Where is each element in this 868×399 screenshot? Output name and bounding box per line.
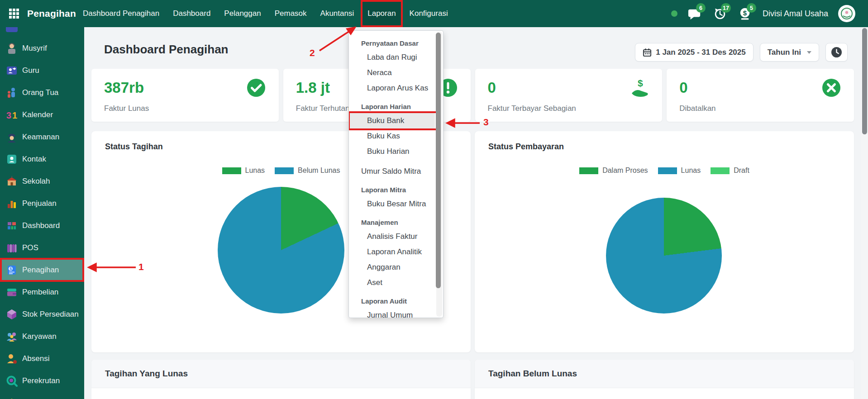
sidebar-item-dashboard[interactable]: Dashboard: [0, 214, 84, 237]
chart-card-status-pembayaran: Status Pembayaran Dalam ProsesLunasDraft: [475, 131, 854, 352]
dashboard-icon: [6, 220, 18, 232]
notification-badge: 17: [721, 3, 731, 13]
nav-item-pelanggan[interactable]: Pelanggan: [217, 0, 267, 27]
stat-value: 387rb: [104, 79, 144, 96]
legend-swatch: [579, 167, 598, 174]
chart-title: Status Pembayaran: [488, 142, 564, 152]
menu-item-buku-harian[interactable]: Buku Harian: [349, 144, 435, 159]
legend-item-lunas[interactable]: Lunas: [222, 166, 265, 175]
division-label[interactable]: Divisi Amal Usaha: [763, 9, 828, 19]
nav-item-pemasok[interactable]: Pemasok: [268, 0, 314, 27]
sidebar-item-label: Dashboard: [22, 221, 60, 230]
panel-tagihan-lunas: Tagihan Yang Lunas: [91, 360, 471, 399]
menu-item-laporan-arus-kas[interactable]: Laporan Arus Kas: [349, 81, 435, 96]
chart-title: Status Tagihan: [105, 142, 163, 152]
user-avatar[interactable]: [838, 5, 855, 22]
sidebar-item-musyrif[interactable]: Musyrif: [0, 37, 84, 59]
cash-icon[interactable]: $5: [738, 6, 753, 21]
keamanan-icon: [6, 131, 18, 143]
menu-item-buku-besar-mitra[interactable]: Buku Besar Mitra: [349, 196, 435, 212]
sidebar-item-stok-persediaan[interactable]: Stok Persediaan: [0, 303, 84, 325]
history-icon[interactable]: 17: [713, 6, 727, 21]
nav-item-dashboard[interactable]: Dashboard: [166, 0, 217, 27]
nav-item-laporan[interactable]: Laporan: [361, 0, 402, 27]
sidebar-item-absensi[interactable]: Absensi: [0, 347, 84, 370]
sekolah-icon: [6, 176, 18, 187]
sidebar-item-sekolah[interactable]: Sekolah: [0, 170, 84, 192]
sidebar-item-orang-tua[interactable]: Orang Tua: [0, 81, 84, 104]
page-scrollbar-thumb[interactable]: [862, 28, 867, 134]
legend-swatch: [222, 167, 241, 174]
legend-item-belum-lunas[interactable]: Belum Lunas: [275, 166, 340, 175]
svg-text:3: 3: [6, 110, 11, 120]
sidebar-item-guru[interactable]: Guru: [0, 59, 84, 81]
sidebar-item-pos[interactable]: POS: [0, 237, 84, 259]
menu-section-header: Laporan Mitra: [349, 184, 443, 196]
time-history-button[interactable]: [825, 43, 848, 62]
menu-item-anggaran[interactable]: Anggaran: [349, 260, 435, 275]
sidebar-item-label: Stok Persediaan: [22, 310, 79, 319]
sidebar-item-label: Keamanan: [22, 133, 59, 142]
svg-text:$: $: [10, 266, 12, 271]
chat-icon[interactable]: 6: [687, 6, 702, 21]
menu-item-umur-saldo-mitra[interactable]: Umur Saldo Mitra: [349, 164, 435, 179]
dropdown-scrollbar-thumb[interactable]: [436, 33, 441, 288]
legend-item-lunas[interactable]: Lunas: [658, 166, 701, 175]
legend-label: Belum Lunas: [298, 166, 340, 175]
menu-section-header: Laporan Harian: [349, 100, 443, 113]
legend-swatch: [658, 167, 677, 174]
legend-label: Lunas: [245, 166, 265, 175]
date-range-button[interactable]: 1 Jan 2025 - 31 Des 2025: [635, 43, 753, 62]
legend-label: Lunas: [681, 166, 701, 175]
page-scrollbar-track[interactable]: [861, 27, 868, 399]
notification-badge: 5: [747, 3, 756, 13]
nav-item-dashboard-penagihan[interactable]: Dashboard Penagihan: [76, 0, 166, 27]
sidebar-item-karyawan[interactable]: Karyawan: [0, 325, 84, 347]
nav-item-akuntansi[interactable]: Akuntansi: [314, 0, 361, 27]
sidebar-item-kalender[interactable]: 31Kalender: [0, 104, 84, 126]
legend-swatch: [711, 167, 730, 174]
penjualan-icon: [6, 198, 18, 209]
menu-item-aset[interactable]: Aset: [349, 275, 435, 290]
sidebar-item-pembelian[interactable]: Pembelian: [0, 281, 84, 303]
sidebar-item-perekrutan[interactable]: Perekrutan: [0, 370, 84, 392]
brand-block[interactable]: Penagihan: [0, 8, 76, 19]
period-select[interactable]: Tahun Ini: [760, 43, 819, 62]
menu-item-analisis-faktur[interactable]: Analisis Faktur: [349, 229, 435, 244]
sidebar-item-label: Karyawan: [22, 332, 57, 341]
absensi-icon: [6, 353, 18, 365]
sidebar-item-cuti[interactable]: Cuti: [0, 392, 84, 399]
sidebar-item-label: Sekolah: [22, 177, 50, 186]
guru-icon: [6, 65, 18, 76]
chart-legend: Dalam ProsesLunasDraft: [565, 166, 763, 175]
legend-label: Draft: [734, 166, 749, 175]
menu-item-jurnal-umum[interactable]: Jurnal Umum: [349, 308, 435, 318]
sidebar-item-penagihan[interactable]: $Penagihan: [0, 259, 84, 281]
sidebar-item-label: Perekrutan: [22, 376, 60, 385]
sidebar-item-label: Pembelian: [22, 288, 58, 297]
nav-item-konfigurasi[interactable]: Konfigurasi: [403, 0, 455, 27]
menu-item-laba-dan-rugi[interactable]: Laba dan Rugi: [349, 50, 435, 65]
legend-item-draft[interactable]: Draft: [711, 166, 749, 175]
perekrutan-icon: [6, 375, 18, 387]
sidebar-item-clipped[interactable]: [0, 27, 84, 37]
menu-item-buku-kas[interactable]: Buku Kas: [349, 128, 435, 144]
online-status-dot: [671, 10, 677, 17]
apps-grid-icon[interactable]: [8, 8, 20, 19]
main-content: Dashboard Penagihan 1 Jan 2025 - 31 Des …: [84, 27, 861, 399]
menu-item-neraca[interactable]: Neraca: [349, 65, 435, 81]
sidebar-item-kontak[interactable]: Kontak: [0, 148, 84, 170]
stat-card-dibatalkan: 0Dibatalkan: [667, 69, 854, 122]
kontak-icon: [6, 153, 18, 165]
legend-item-dalam-proses[interactable]: Dalam Proses: [579, 166, 648, 175]
menu-item-laporan-analitik[interactable]: Laporan Analitik: [349, 244, 435, 260]
sidebar-item-keamanan[interactable]: Keamanan: [0, 126, 84, 148]
panel-title: Tagihan Yang Lunas: [91, 360, 471, 388]
menu-item-buku-bank[interactable]: Buku Bank: [349, 113, 435, 128]
dropdown-scrollbar-track[interactable]: [436, 32, 442, 317]
menu-section-header: Laporan Audit: [349, 295, 443, 308]
calendar-icon: [643, 48, 652, 57]
stat-label: Dibatalkan: [679, 104, 841, 113]
sidebar-item-penjualan[interactable]: Penjualan: [0, 192, 84, 214]
header-controls: 1 Jan 2025 - 31 Des 2025 Tahun Ini: [635, 43, 848, 62]
